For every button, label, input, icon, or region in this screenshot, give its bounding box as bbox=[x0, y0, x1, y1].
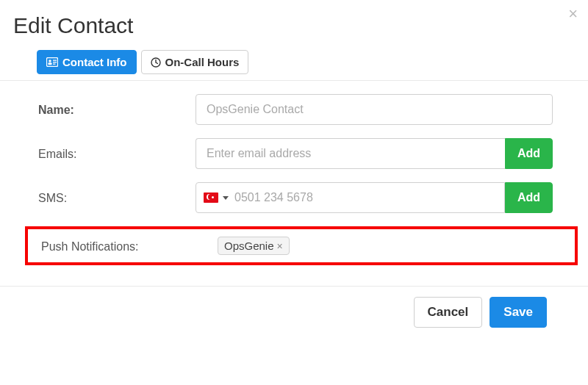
row-push: Push Notifications: OpsGenie × bbox=[35, 237, 554, 255]
svg-rect-3 bbox=[53, 60, 57, 61]
svg-point-1 bbox=[49, 60, 51, 62]
cancel-button[interactable]: Cancel bbox=[414, 297, 483, 328]
dialog-footer: Cancel Save bbox=[13, 297, 575, 328]
clock-icon bbox=[151, 57, 161, 68]
add-sms-button[interactable]: Add bbox=[505, 182, 553, 213]
dialog-title: Edit Contact bbox=[13, 13, 575, 38]
tab-bar: Contact Info On-Call Hours bbox=[37, 50, 575, 74]
row-sms: SMS: 0501 234 5678 Add bbox=[38, 182, 553, 213]
tab-contact-info-label: Contact Info bbox=[62, 56, 127, 68]
remove-tag-icon[interactable]: × bbox=[277, 241, 283, 251]
svg-rect-2 bbox=[48, 62, 51, 65]
label-emails: Emails: bbox=[38, 146, 196, 161]
footer-divider bbox=[0, 286, 588, 287]
push-tag-opsgenie: OpsGenie × bbox=[218, 237, 290, 255]
row-name: Name: bbox=[38, 94, 553, 125]
label-name: Name: bbox=[38, 102, 196, 117]
add-email-button[interactable]: Add bbox=[505, 138, 553, 169]
chevron-down-icon[interactable] bbox=[223, 196, 229, 200]
svg-rect-4 bbox=[53, 62, 57, 62]
svg-rect-5 bbox=[53, 64, 56, 65]
country-flag-icon[interactable] bbox=[204, 192, 218, 203]
push-highlight-box: Push Notifications: OpsGenie × bbox=[25, 226, 578, 265]
row-emails: Emails: Add bbox=[38, 138, 553, 169]
tab-divider bbox=[0, 80, 588, 81]
close-icon[interactable]: × bbox=[568, 6, 578, 22]
tab-oncall-hours[interactable]: On-Call Hours bbox=[141, 50, 249, 74]
save-button[interactable]: Save bbox=[490, 297, 547, 328]
sms-input[interactable]: 0501 234 5678 bbox=[196, 182, 505, 213]
label-sms: SMS: bbox=[38, 190, 196, 205]
email-input[interactable] bbox=[196, 138, 505, 169]
sms-placeholder: 0501 234 5678 bbox=[234, 191, 313, 204]
tab-oncall-hours-label: On-Call Hours bbox=[165, 56, 240, 68]
push-tag-area[interactable]: OpsGenie × bbox=[212, 237, 554, 255]
contact-card-icon bbox=[46, 57, 58, 67]
name-input[interactable] bbox=[196, 94, 553, 125]
tab-contact-info[interactable]: Contact Info bbox=[37, 50, 137, 74]
label-push: Push Notifications: bbox=[41, 239, 212, 253]
push-tag-label: OpsGenie bbox=[224, 240, 274, 252]
